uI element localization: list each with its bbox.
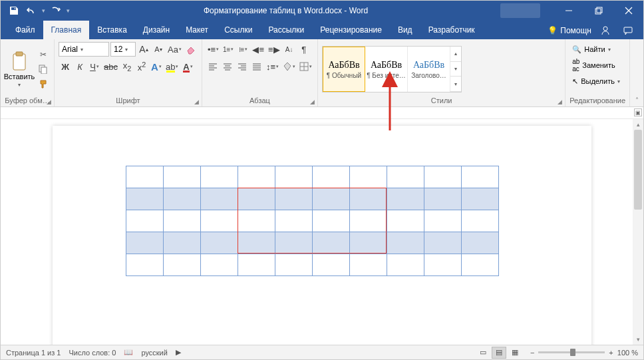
show-marks-button[interactable]: ¶ bbox=[297, 42, 311, 57]
styles-scroll-down[interactable]: ▾ bbox=[450, 62, 461, 77]
change-case-button[interactable]: Aa▾ bbox=[166, 42, 183, 57]
bullets-button[interactable]: •≡▾ bbox=[206, 42, 220, 57]
minimize-button[interactable] bbox=[554, 1, 583, 21]
undo-icon bbox=[26, 5, 37, 16]
superscript-button[interactable]: x2 bbox=[135, 59, 148, 74]
restore-button[interactable] bbox=[583, 1, 613, 21]
scroll-thumb[interactable] bbox=[634, 130, 642, 210]
style-heading1[interactable]: АаБбВв Заголово… bbox=[408, 47, 450, 92]
highlight-button[interactable]: ab▾ bbox=[164, 59, 180, 74]
scroll-up-icon[interactable]: ▴ bbox=[633, 119, 643, 130]
comments-button[interactable] bbox=[619, 22, 637, 39]
tab-insert[interactable]: Вставка bbox=[89, 21, 135, 39]
redo-button[interactable] bbox=[48, 3, 64, 19]
status-word-count[interactable]: Число слов: 0 bbox=[69, 349, 116, 357]
zoom-level[interactable]: 100 % bbox=[617, 349, 638, 357]
replace-icon: abac bbox=[572, 58, 579, 73]
svg-point-5 bbox=[603, 27, 607, 31]
paragraph-launcher[interactable]: ◢ bbox=[310, 98, 315, 105]
bold-button[interactable]: Ж bbox=[59, 59, 72, 74]
web-layout-button[interactable]: ▦ bbox=[508, 347, 522, 359]
align-right-button[interactable] bbox=[236, 59, 249, 74]
clear-formatting-button[interactable] bbox=[184, 42, 198, 57]
vertical-scrollbar[interactable]: ▴ ▾ bbox=[633, 119, 643, 345]
pilcrow-icon: ¶ bbox=[301, 45, 306, 55]
zoom-thumb[interactable] bbox=[570, 349, 575, 356]
tab-view[interactable]: Вид bbox=[390, 21, 420, 39]
tab-home[interactable]: Главная bbox=[43, 21, 90, 39]
tab-review[interactable]: Рецензирование bbox=[312, 21, 390, 39]
justify-button[interactable] bbox=[250, 59, 263, 74]
font-size-combo[interactable]: 12▾ bbox=[110, 42, 136, 57]
svg-rect-8 bbox=[16, 52, 23, 56]
grow-font-button[interactable]: A▴ bbox=[137, 42, 150, 57]
select-button[interactable]: ↖ Выделить ▾ bbox=[569, 74, 623, 89]
status-bar: Страница 1 из 1 Число слов: 0 📖 русский … bbox=[1, 345, 643, 359]
clipboard-launcher[interactable]: ◢ bbox=[47, 98, 51, 105]
group-paragraph: •≡▾ 1≡▾ ⁞≡▾ ◀≡ ≡▶ A↓ ¶ ↕≡▾ ▾ ▾ bbox=[202, 39, 318, 106]
align-center-button[interactable] bbox=[221, 59, 234, 74]
font-name-combo[interactable]: Arial▾ bbox=[59, 42, 109, 57]
zoom-slider[interactable] bbox=[538, 351, 605, 353]
increase-indent-button[interactable]: ≡▶ bbox=[267, 42, 281, 57]
underline-button[interactable]: Ч▾ bbox=[88, 59, 101, 74]
shrink-font-button[interactable]: A▾ bbox=[152, 42, 165, 57]
subscript-button[interactable]: x2 bbox=[120, 59, 134, 74]
strikethrough-button[interactable]: abc bbox=[102, 59, 119, 74]
undo-button[interactable] bbox=[23, 3, 39, 19]
tell-me[interactable]: 💡 Помощн bbox=[548, 26, 591, 35]
decrease-indent-button[interactable]: ◀≡ bbox=[251, 42, 265, 57]
tab-file[interactable]: Файл bbox=[7, 21, 43, 39]
zoom-in-button[interactable]: + bbox=[609, 349, 613, 357]
align-left-button[interactable] bbox=[206, 59, 220, 74]
lightbulb-icon: 💡 bbox=[548, 26, 558, 35]
style-no-spacing[interactable]: АаБбВв ¶ Без инте… bbox=[365, 47, 408, 92]
tab-developer[interactable]: Разработчик bbox=[420, 21, 483, 39]
styles-expand[interactable]: ▾ bbox=[450, 77, 461, 92]
text-effects-button[interactable]: A▾ bbox=[150, 59, 163, 74]
proofing-icon[interactable]: 📖 bbox=[124, 348, 133, 357]
format-painter-button[interactable] bbox=[37, 77, 50, 90]
ruler-toggle[interactable]: ▣ bbox=[634, 108, 642, 116]
close-button[interactable] bbox=[613, 1, 643, 21]
paste-button[interactable]: Вставить ▾ bbox=[5, 42, 34, 96]
line-spacing-button[interactable]: ↕≡▾ bbox=[265, 59, 280, 74]
document-area[interactable] bbox=[1, 119, 633, 345]
zoom-out-button[interactable]: − bbox=[530, 349, 534, 357]
find-button[interactable]: 🔍 Найти ▾ bbox=[569, 42, 623, 57]
copy-button[interactable] bbox=[37, 63, 50, 76]
font-color-button[interactable]: A▾ bbox=[181, 59, 194, 74]
save-button[interactable] bbox=[6, 3, 22, 19]
tab-mailings[interactable]: Рассылки bbox=[260, 21, 312, 39]
style-normal[interactable]: АаБбВв ¶ Обычный bbox=[323, 47, 365, 92]
qat-customize-icon[interactable]: ▾ bbox=[65, 7, 71, 14]
status-page[interactable]: Страница 1 из 1 bbox=[6, 349, 61, 357]
borders-button[interactable]: ▾ bbox=[298, 59, 313, 74]
replace-button[interactable]: abac Заменить bbox=[569, 58, 623, 73]
styles-launcher[interactable]: ◢ bbox=[558, 98, 562, 105]
scroll-down-icon[interactable]: ▾ bbox=[633, 334, 643, 345]
print-layout-button[interactable]: ▤ bbox=[492, 347, 506, 359]
status-language[interactable]: русский bbox=[141, 349, 167, 357]
macro-icon[interactable]: ▶ bbox=[176, 348, 181, 357]
shading-button[interactable]: ▾ bbox=[281, 59, 297, 74]
cut-button[interactable]: ✂ bbox=[37, 48, 50, 61]
italic-button[interactable]: К bbox=[73, 59, 86, 74]
sort-button[interactable]: A↓ bbox=[283, 42, 296, 57]
ruler: ▣ bbox=[1, 107, 643, 119]
svg-rect-10 bbox=[41, 67, 47, 74]
tab-layout[interactable]: Макет bbox=[178, 21, 216, 39]
styles-scroll-up[interactable]: ▴ bbox=[450, 47, 461, 62]
group-editing: 🔍 Найти ▾ abac Заменить ↖ Выделить ▾ Ред… bbox=[565, 39, 630, 106]
search-icon: 🔍 bbox=[572, 45, 581, 54]
read-mode-button[interactable]: ▭ bbox=[476, 347, 490, 359]
tab-references[interactable]: Ссылки bbox=[216, 21, 260, 39]
collapse-ribbon-button[interactable]: ˄ bbox=[630, 39, 643, 106]
multilevel-list-button[interactable]: ⁞≡▾ bbox=[236, 42, 249, 57]
account-placeholder[interactable] bbox=[500, 3, 540, 18]
font-launcher[interactable]: ◢ bbox=[194, 98, 199, 105]
tab-design[interactable]: Дизайн bbox=[135, 21, 178, 39]
document-table[interactable] bbox=[126, 166, 499, 276]
numbering-button[interactable]: 1≡▾ bbox=[222, 42, 235, 57]
share-button[interactable] bbox=[597, 22, 614, 39]
